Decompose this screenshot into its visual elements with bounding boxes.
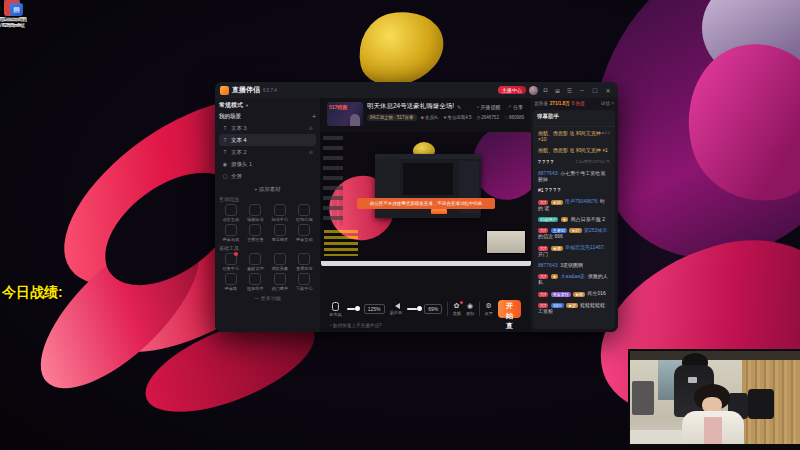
scene-label: 文本 2 [231, 149, 247, 156]
basic-tool[interactable]: 虚拟形象 [268, 253, 292, 271]
minimize-button[interactable]: ─ [577, 87, 587, 93]
category-pill[interactable]: 84辽远之旅 · 517赛事 [367, 114, 417, 121]
interactive-tool[interactable]: 红包心愿 [293, 204, 317, 222]
mic-volume-value[interactable]: 125% [364, 304, 385, 314]
score-value: 271/1.8万 [550, 101, 570, 106]
webcam-ceiling [630, 351, 800, 360]
add-source-button[interactable]: + 添加素材 [219, 186, 316, 193]
tool-icon [298, 204, 310, 216]
maximize-button[interactable]: ☐ [590, 87, 600, 94]
heat-value: 6 热度 [572, 101, 585, 106]
microphone-icon[interactable] [332, 302, 339, 311]
scenes-header: 我的场景 [219, 113, 241, 120]
help-link[interactable]: ◔ 如何快速上手直播伴侣? [329, 323, 382, 328]
tool-icon [225, 204, 237, 216]
chat-username: 幸福宏流亮11467: [565, 244, 605, 250]
basic-tool[interactable]: 热门榜单 [268, 273, 292, 291]
scene-type-icon: T [222, 137, 228, 143]
interactive-tool[interactable]: 语音互动 [219, 204, 243, 222]
webcam-chair [748, 389, 774, 419]
score-overlay: 今日战绩: [2, 284, 242, 300]
chat-message: 8877643: 小七赞个号工资给底薪妹 [536, 169, 612, 183]
chat-username: 大aa&aa妥: [561, 273, 587, 279]
beauty-button[interactable]: ✿ 美颜 [453, 302, 461, 316]
level-badge: ★岁 [566, 303, 578, 308]
grid-icon[interactable]: ⊞ [553, 87, 562, 94]
preview-score-text [324, 230, 358, 256]
speaker-volume-value[interactable]: 69% [424, 304, 442, 314]
start-stream-button[interactable]: 开始直播 [498, 300, 521, 318]
add-scene-button[interactable]: + [312, 113, 316, 120]
scene-type-icon: T [222, 125, 228, 131]
chat-message: 8877643: 3星狱圈啊 [536, 261, 612, 269]
mode-dropdown[interactable]: 常规模式 [219, 101, 243, 110]
close-button[interactable]: ✕ [603, 87, 613, 94]
chat-text: 画舫、赤忽影 送 和尚艾克神 ×1 [538, 147, 608, 153]
eye-off-icon[interactable]: ⊘ [309, 125, 313, 131]
tool-icon [225, 253, 237, 265]
interactive-tool[interactable]: 幸运抽奖 [268, 224, 292, 242]
preview-warning-banner: 该分区不支持使用竖屏模板直播，不适合直播过程中切换 [357, 198, 495, 209]
interactive-tool[interactable]: 主播任务 [244, 224, 268, 242]
avatar[interactable] [529, 86, 538, 95]
room-stat: ◷2646752 [476, 115, 498, 120]
scene-label: 摄像头 1 [231, 161, 252, 168]
status-bar: ◔ 如何快速上手直播伴侣? [321, 320, 529, 332]
share-button[interactable]: ↗ 分享 [507, 104, 523, 110]
scene-item[interactable]: T 文本 2 ⊘ [219, 146, 316, 158]
scene-item[interactable]: T 文本 4 [219, 134, 316, 146]
scene-type-icon: T [222, 149, 228, 155]
edit-icon[interactable]: ✎ [457, 104, 461, 110]
basic-tool[interactable]: 直播回放 [293, 253, 317, 271]
chat-username: 8877643: [538, 170, 559, 176]
basic-tool[interactable]: 任务中心 [219, 253, 243, 271]
settings-button[interactable]: ⚙ 设置 [485, 302, 493, 316]
interactive-tool[interactable]: 弹幕互动 [293, 224, 317, 242]
broadcast-remind-button[interactable]: ◔ 开播提醒 [476, 104, 500, 110]
tool-icon [249, 253, 261, 265]
tool-icon [249, 273, 261, 285]
desktop-icon-label: Discord [0, 17, 27, 23]
chevron-down-icon: ▼ [245, 103, 249, 108]
tool-icon [274, 224, 286, 236]
menu-icon[interactable]: ☰ [565, 87, 574, 94]
live-companion-window: 直播伴侣 6.5.7.4 主播中心 Ω ⊞ ☰ ─ ☐ ✕ 常规模式 ▼ 我的场… [215, 82, 618, 332]
anchor-center-badge[interactable]: 主播中心 [498, 86, 526, 94]
widgets-icon[interactable]: ▤ [10, 3, 23, 16]
preview-webcam [486, 230, 526, 254]
webcam-view [628, 349, 800, 450]
record-button[interactable]: ◉ 录制 [466, 302, 474, 316]
scene-label: 全屏 [231, 173, 242, 180]
interactive-tool[interactable]: 弹幕游戏 [219, 224, 243, 242]
room-stat: ♥考拉流氓4.5 [443, 115, 471, 120]
eye-off-icon[interactable]: ⊘ [309, 149, 313, 155]
chat-text: 商占日基不服 2 [571, 216, 605, 222]
headset-icon[interactable]: Ω [541, 87, 550, 93]
room-stat: ◈全员礼 [421, 115, 439, 120]
basic-tool[interactable]: 投屏助手 [244, 273, 268, 291]
chat-text: 3星狱圈啊 [560, 262, 583, 268]
speaker-volume-slider[interactable] [407, 308, 419, 310]
fan-badge: 六7 [538, 292, 548, 297]
record-icon: ◉ [467, 302, 473, 310]
fan-badge: 65级用户 [538, 217, 558, 222]
chat-username: 用户79049676: [565, 198, 599, 204]
mic-volume-slider[interactable] [347, 308, 359, 310]
scene-item[interactable]: ◉ 摄像头 1 [219, 158, 316, 170]
scene-type-icon: ◉ [222, 161, 228, 167]
speaker-icon[interactable] [392, 303, 400, 309]
level-badge: ★47 [569, 228, 581, 233]
interactive-tool[interactable]: 福袋玩法 [244, 204, 268, 222]
scene-item[interactable]: ▢ 全屏 [219, 170, 316, 182]
app-title: 直播伴侣 [232, 85, 260, 95]
basic-tool[interactable]: 下载中心 [293, 273, 317, 291]
details-link[interactable]: 详情 > [601, 101, 614, 106]
gear-icon: ⚙ [486, 302, 492, 310]
chat-message-list: ◈0.0 画舫、赤忽影 送 和尚艾克神 ×10 画舫、赤忽影 送 和尚艾克神 ×… [533, 127, 615, 329]
chat-message: 六7 王者32 ★47 荣253城市: 的信念 666 [536, 226, 612, 240]
interactive-tool[interactable]: 玩法中心 [268, 204, 292, 222]
room-cover-thumbnail[interactable]: 517特惠 [327, 102, 363, 126]
basic-tool[interactable]: 素材管理 [244, 253, 268, 271]
scene-item[interactable]: T 文本 3 ⊘ [219, 122, 316, 134]
section-basic-header: 基础工具 [219, 245, 316, 251]
